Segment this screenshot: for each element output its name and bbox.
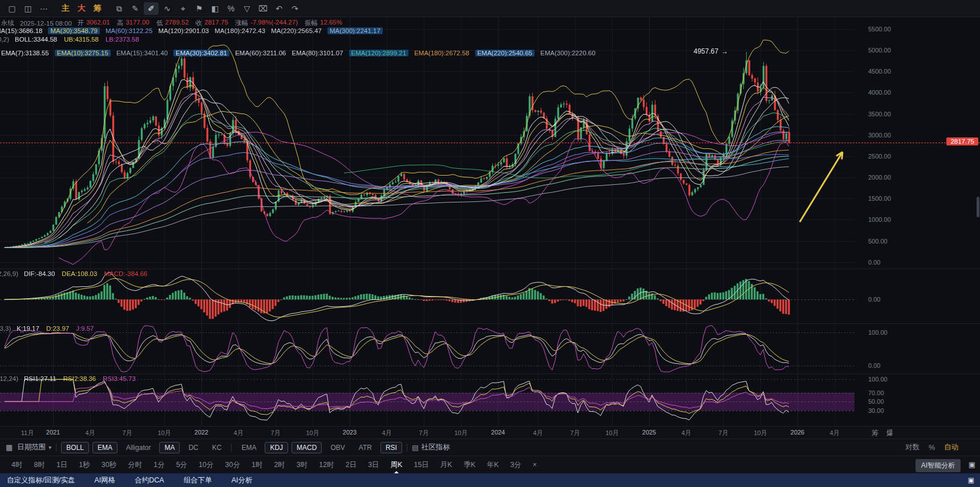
more-icon[interactable]: ⋯ bbox=[37, 2, 51, 15]
candle-edit-icon[interactable]: ⧉ bbox=[112, 2, 127, 15]
bottom-nav-item[interactable]: 组合下单 bbox=[184, 476, 212, 485]
kdj-canvas[interactable] bbox=[0, 324, 855, 374]
axis-label: 70.00 bbox=[868, 389, 884, 396]
timeframe-item[interactable]: 2时 bbox=[268, 457, 290, 473]
flag-icon[interactable]: ⚑ bbox=[192, 2, 206, 15]
timeframe-item[interactable]: 分时 bbox=[122, 457, 148, 473]
arrow-right-icon: → bbox=[721, 47, 728, 55]
indicator-chip[interactable]: MA bbox=[159, 442, 180, 453]
timeframe-item[interactable]: 年K bbox=[481, 457, 505, 473]
bottom-nav-item[interactable]: AI网格 bbox=[94, 476, 115, 485]
timeframe-item[interactable]: 15日 bbox=[408, 457, 434, 473]
indicator-chip[interactable]: BOLL bbox=[61, 442, 89, 453]
axis-label: 0.00 bbox=[868, 362, 880, 369]
scale-option[interactable]: % bbox=[929, 444, 935, 452]
scale-option[interactable]: 自动 bbox=[944, 443, 958, 452]
tab-main-chart[interactable]: 主 bbox=[62, 3, 70, 14]
axis-label: 0.00 bbox=[868, 296, 880, 303]
indicator-chip[interactable]: ATR bbox=[354, 442, 377, 453]
timeframe-item[interactable]: 1时 bbox=[246, 457, 268, 473]
timeframe-item[interactable]: 3日 bbox=[362, 457, 384, 473]
trash-icon[interactable]: ⌧ bbox=[256, 2, 270, 15]
bottom-nav-item[interactable]: 自定义指标/回测/实盘 bbox=[7, 476, 75, 485]
layout-icon[interactable]: ◫ bbox=[21, 2, 35, 15]
divider bbox=[56, 444, 56, 452]
peak-price-label: 4957.67 bbox=[694, 47, 718, 55]
timeframe-item[interactable]: 3时 bbox=[291, 457, 313, 473]
time-axis-label: 2022 bbox=[195, 429, 208, 436]
time-axis[interactable]: 11月20214月7月10月20224月7月10月20234月7月10月2024… bbox=[0, 426, 980, 439]
tab-large-chart[interactable]: 大 bbox=[78, 3, 86, 14]
timeframe-item[interactable]: 季K bbox=[458, 457, 481, 473]
timeframe-item[interactable]: 12时 bbox=[313, 457, 339, 473]
anchor-icon[interactable]: ⌖ bbox=[176, 2, 191, 15]
redo-icon[interactable]: ↷ bbox=[287, 2, 302, 15]
timeframe-toolbar: 4时8时1日1秒30秒分时1分5分10分30分1时2时3时12时2日3日周K15… bbox=[0, 456, 980, 473]
panel-toggle-icon[interactable]: ▣ bbox=[969, 460, 975, 469]
scale-options: 对数%自动 bbox=[905, 443, 958, 452]
timeframe-item[interactable]: 30秒 bbox=[96, 457, 122, 473]
time-axis-label: 2021 bbox=[46, 429, 60, 436]
window-icon[interactable]: ▢ bbox=[5, 2, 19, 15]
timeframe-item[interactable]: 2日 bbox=[340, 457, 362, 473]
indicator-chip[interactable]: KDJ bbox=[265, 442, 288, 453]
timeframe-item[interactable]: 10分 bbox=[193, 457, 219, 473]
tab-chip-distribution[interactable]: 筹 bbox=[94, 3, 102, 14]
timeframe-item[interactable]: 5分 bbox=[171, 457, 193, 473]
time-axis-label: 11月 bbox=[21, 429, 34, 437]
timeframe-item[interactable]: 周K bbox=[385, 457, 408, 473]
ai-analysis-button[interactable]: AI智能分析 bbox=[916, 459, 961, 472]
drawing-tools: ⧉✎✐∿⌖⚑◧%▽⌧↶↷ bbox=[112, 2, 302, 15]
date-range-button[interactable]: 日期范围 ▾ bbox=[17, 443, 51, 452]
indicator-chip[interactable]: MACD bbox=[291, 442, 322, 453]
timeframe-item[interactable]: 1日 bbox=[51, 457, 73, 473]
indicator-chip[interactable]: Alligator bbox=[121, 442, 156, 453]
percent-icon[interactable]: % bbox=[224, 2, 238, 15]
scale-option[interactable]: 对数 bbox=[905, 443, 920, 452]
filter-icon[interactable]: ▽ bbox=[240, 2, 254, 15]
peak-price-annotation: 4957.67 → bbox=[694, 47, 728, 55]
timeframe-item[interactable]: × bbox=[527, 458, 542, 472]
wave-icon[interactable]: ∿ bbox=[160, 2, 175, 15]
community-indicators-button[interactable]: ▤ 社区指标 bbox=[412, 443, 450, 452]
timeframe-item[interactable]: 3分 bbox=[504, 457, 527, 473]
layout-toggle-icon[interactable]: ▣ bbox=[968, 476, 974, 484]
macd-canvas[interactable] bbox=[0, 269, 855, 323]
timeframe-item[interactable]: 1秒 bbox=[73, 457, 95, 473]
indicator-chip[interactable]: EMA bbox=[236, 442, 261, 453]
kdj-axis: 100.000.00 bbox=[855, 324, 980, 374]
time-axis-label: 10月 bbox=[605, 429, 618, 437]
measure-icon[interactable]: ✎ bbox=[128, 2, 143, 15]
timeframe-item[interactable]: 1分 bbox=[148, 457, 170, 473]
time-axis-label: 7月 bbox=[718, 429, 728, 437]
shapes-icon[interactable]: ◧ bbox=[208, 2, 222, 15]
indicator-chip[interactable]: RSI bbox=[380, 442, 402, 453]
time-axis-label: 4月 bbox=[233, 429, 243, 437]
timeframe-item[interactable]: 8时 bbox=[28, 457, 50, 473]
chart-mode-tabs: 主大筹 bbox=[62, 3, 102, 14]
axis-label: 50.00 bbox=[868, 398, 884, 405]
divider bbox=[231, 444, 232, 452]
timeframe-item[interactable]: 4时 bbox=[6, 457, 28, 473]
bottom-nav-item[interactable]: AI分析 bbox=[232, 476, 253, 485]
brush-icon[interactable]: ✐ bbox=[144, 2, 159, 15]
divider bbox=[407, 444, 407, 452]
indicator-chip[interactable]: EMA bbox=[92, 442, 118, 453]
timeframe-item[interactable]: 月K bbox=[435, 457, 458, 473]
axis-toggle-button[interactable]: 爆 bbox=[886, 428, 893, 438]
axis-toggle-button[interactable]: 筹 bbox=[872, 428, 878, 438]
indicator-chip[interactable]: OBV bbox=[325, 442, 350, 453]
scrollbar-thumb[interactable] bbox=[977, 197, 979, 217]
axis-label: 0.00 bbox=[868, 259, 880, 266]
undo-icon[interactable]: ↶ bbox=[272, 2, 286, 15]
bottom-nav-item[interactable]: 合约DCA bbox=[135, 476, 164, 485]
axis-label: 100.00 bbox=[868, 329, 888, 336]
time-axis-label: 7月 bbox=[570, 429, 580, 437]
time-axis-label: 7月 bbox=[270, 429, 280, 437]
rsi-canvas[interactable] bbox=[0, 374, 855, 426]
indicator-chip[interactable]: KC bbox=[207, 442, 227, 453]
indicator-menu-icon[interactable]: ▦ bbox=[6, 443, 13, 452]
top-toolbar: ▢◫⋯ 主大筹 ⧉✎✐∿⌖⚑◧%▽⌧↶↷ bbox=[0, 0, 980, 17]
indicator-chip[interactable]: DC bbox=[183, 442, 203, 453]
timeframe-item[interactable]: 30分 bbox=[220, 457, 246, 473]
